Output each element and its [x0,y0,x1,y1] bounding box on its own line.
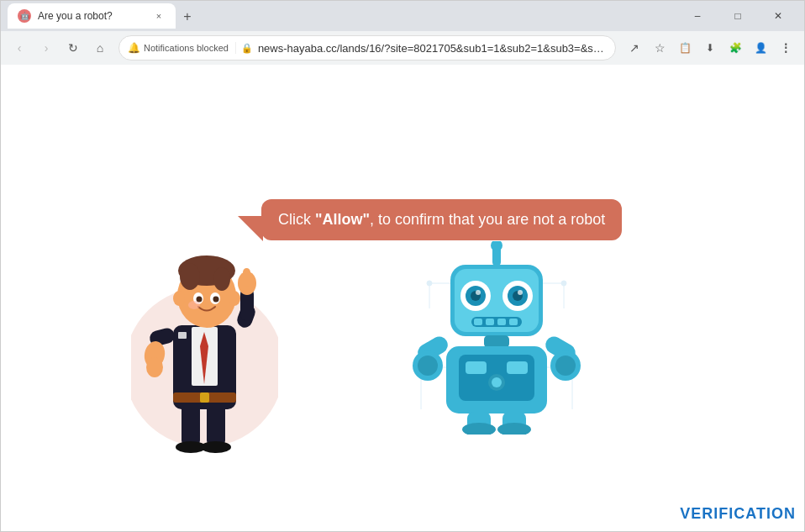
svg-rect-57 [486,319,494,325]
notifications-blocked-text: Notifications blocked [144,43,229,53]
svg-rect-58 [497,319,506,325]
svg-point-39 [427,281,432,286]
back-button[interactable]: ‹ [8,36,31,60]
svg-rect-60 [484,335,509,348]
svg-rect-56 [474,319,482,325]
svg-rect-9 [200,392,209,403]
page-content: Click "Allow", to confirm that you are n… [1,65,804,531]
svg-point-76 [497,423,531,435]
svg-rect-29 [178,332,187,339]
url-text: news-hayaba.cc/lands/16/?site=8021705&su… [258,42,607,55]
download-button[interactable]: ⬇ [698,36,722,60]
share-button[interactable]: ↗ [623,36,646,60]
active-tab[interactable]: 🤖 Are you a robot? × [8,3,176,29]
address-bar[interactable]: 🔔 Notifications blocked 🔒 news-hayaba.cc… [118,35,616,61]
browser-window: 🤖 Are you a robot? × + – □ ✕ ‹ › ↻ ⌂ 🔔 N… [0,0,805,532]
profile-button[interactable]: 👤 [749,36,772,60]
svg-point-4 [201,441,231,453]
minimize-button[interactable]: – [678,3,717,29]
reading-list-button[interactable]: 📋 [673,36,697,60]
extensions-button[interactable]: 🧩 [723,36,747,60]
home-button[interactable]: ⌂ [88,36,112,60]
svg-point-75 [462,423,496,435]
svg-point-40 [561,281,566,286]
speech-highlight: "Allow" [315,211,370,228]
svg-rect-16 [243,268,250,287]
svg-point-20 [180,263,200,290]
nav-actions: ↗ ☆ 📋 ⬇ 🧩 👤 ⋮ [623,36,797,60]
svg-rect-59 [509,319,518,325]
svg-rect-63 [466,361,487,374]
tab-close-button[interactable]: × [152,9,166,23]
svg-point-27 [229,291,240,306]
svg-point-25 [213,297,219,303]
speech-suffix: , to confirm that you are not a robot [370,211,605,228]
svg-point-21 [213,267,230,291]
svg-point-54 [518,290,523,295]
bell-icon: 🔔 [128,42,140,54]
tab-favicon: 🤖 [18,9,31,23]
speech-bubble: Click "Allow", to confirm that you are n… [261,199,622,240]
tab-title: Are you a robot? [38,10,145,22]
speech-bubble-text: Click "Allow", to confirm that you are n… [278,211,605,228]
robot-illustration [413,241,581,426]
svg-point-72 [555,356,576,376]
nav-bar: ‹ › ↻ ⌂ 🔔 Notifications blocked 🔒 news-h… [1,31,804,65]
notifications-blocked-indicator: 🔔 Notifications blocked [128,42,236,54]
menu-button[interactable]: ⋮ [774,36,797,60]
person-illustration [131,199,278,460]
verification-badge: VERIFICATION [680,505,796,523]
svg-point-12 [146,357,163,377]
title-bar: 🤖 Are you a robot? × + – □ ✕ [1,1,804,31]
forward-button[interactable]: › [34,36,58,60]
reload-button[interactable]: ↻ [61,36,85,60]
svg-point-69 [418,356,438,376]
svg-point-66 [492,377,502,387]
svg-point-26 [173,291,185,306]
svg-point-24 [197,297,203,303]
speech-prefix: Click [278,211,315,228]
maximize-button[interactable]: □ [718,3,757,29]
new-tab-button[interactable]: + [176,5,199,29]
window-controls: – □ ✕ [678,3,797,29]
svg-rect-64 [507,361,528,374]
bookmark-button[interactable]: ☆ [648,36,671,60]
svg-point-28 [188,301,200,309]
svg-point-53 [476,290,481,295]
close-button[interactable]: ✕ [759,3,797,29]
lock-icon: 🔒 [241,43,253,54]
